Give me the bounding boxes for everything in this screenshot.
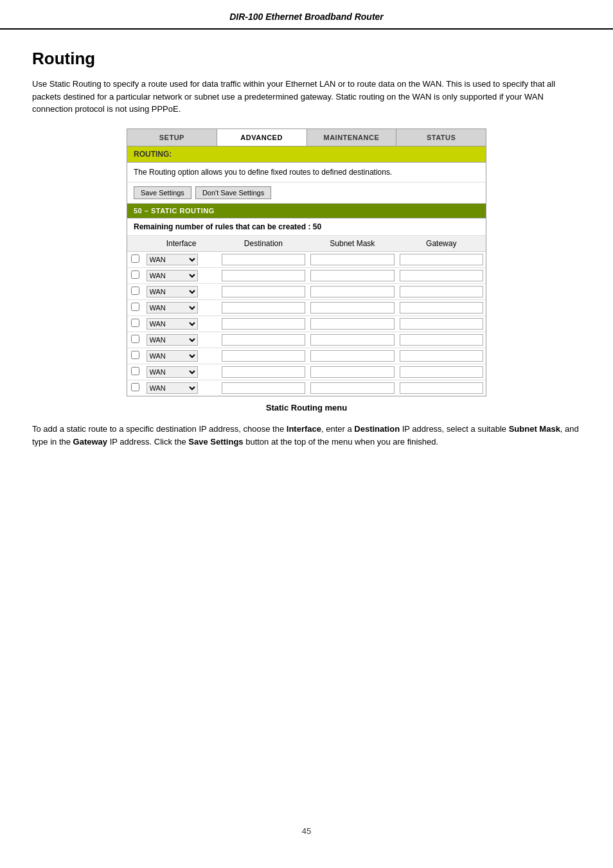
table-row: WAN [127, 251, 486, 267]
destination-input[interactable] [222, 334, 305, 346]
row-checkbox[interactable] [131, 287, 139, 295]
gateway-input[interactable] [400, 302, 483, 314]
page-number: 45 [302, 826, 311, 836]
interface-select[interactable]: WAN [147, 254, 198, 265]
routing-header: ROUTING: [127, 146, 486, 163]
table-row: WAN [127, 348, 486, 364]
destination-input[interactable] [222, 350, 305, 362]
sub-section-header: 50 – STATIC ROUTING [127, 204, 486, 218]
gateway-input[interactable] [400, 270, 483, 281]
gateway-input[interactable] [400, 334, 483, 346]
page-header: DIR-100 Ethernet Broadband Router [0, 0, 613, 30]
interface-select[interactable]: WAN [147, 334, 198, 346]
subnet-mask-input[interactable] [310, 270, 394, 281]
subnet-mask-input[interactable] [310, 302, 394, 314]
remaining-count: 50 [313, 222, 321, 231]
interface-select[interactable]: WAN [147, 366, 198, 378]
table-row: WAN [127, 299, 486, 315]
destination-input[interactable] [222, 366, 305, 378]
routing-table: Interface Destination Subnet Mask Gatewa… [127, 236, 486, 396]
tab-status[interactable]: STATUS [396, 129, 486, 146]
col-header-subnet: Subnet Mask [308, 236, 396, 252]
col-header-check [127, 236, 144, 252]
row-checkbox[interactable] [131, 335, 139, 343]
destination-input[interactable] [222, 318, 305, 330]
row-checkbox[interactable] [131, 270, 139, 279]
row-checkbox[interactable] [131, 367, 139, 375]
remaining-text: Remaining number of rules that can be cr… [127, 218, 486, 236]
page-title: Routing [32, 49, 581, 69]
interface-select[interactable]: WAN [147, 318, 198, 330]
nav-tabs: SETUP ADVANCED MAINTENANCE STATUS [127, 129, 486, 146]
subnet-mask-input[interactable] [310, 350, 394, 362]
subnet-mask-input[interactable] [310, 254, 394, 265]
interface-select[interactable]: WAN [147, 302, 198, 314]
body-text: To add a static route to a specific dest… [32, 423, 581, 450]
gateway-input[interactable] [400, 382, 483, 394]
destination-input[interactable] [222, 302, 305, 314]
routing-desc: The Routing option allows you to define … [127, 163, 486, 182]
subnet-mask-input[interactable] [310, 334, 394, 346]
gateway-input[interactable] [400, 254, 483, 265]
router-panel: SETUP ADVANCED MAINTENANCE STATUS ROUTIN… [127, 128, 486, 396]
col-header-gateway: Gateway [397, 236, 486, 252]
interface-select[interactable]: WAN [147, 286, 198, 297]
dont-save-settings-button[interactable]: Don't Save Settings [195, 186, 271, 199]
col-header-interface: Interface [144, 236, 219, 252]
caption: Static Routing menu [32, 403, 581, 412]
header-title: DIR-100 Ethernet Broadband Router [229, 12, 384, 22]
row-checkbox[interactable] [131, 254, 139, 263]
row-checkbox[interactable] [131, 303, 139, 311]
destination-input[interactable] [222, 382, 305, 394]
row-checkbox[interactable] [131, 351, 139, 359]
page-footer: 45 [0, 813, 613, 849]
subnet-mask-input[interactable] [310, 286, 394, 297]
subnet-mask-input[interactable] [310, 382, 394, 394]
row-checkbox[interactable] [131, 383, 139, 391]
table-row: WAN [127, 332, 486, 348]
tab-setup[interactable]: SETUP [127, 129, 217, 146]
subnet-mask-input[interactable] [310, 366, 394, 378]
table-row: WAN [127, 364, 486, 380]
intro-text: Use Static Routing to specify a route us… [32, 78, 581, 116]
gateway-input[interactable] [400, 366, 483, 378]
table-row: WAN [127, 267, 486, 283]
gateway-input[interactable] [400, 286, 483, 297]
tab-maintenance[interactable]: MAINTENANCE [307, 129, 397, 146]
gateway-input[interactable] [400, 350, 483, 362]
destination-input[interactable] [222, 270, 305, 281]
tab-advanced[interactable]: ADVANCED [217, 129, 307, 146]
table-row: WAN [127, 283, 486, 299]
interface-select[interactable]: WAN [147, 382, 198, 394]
save-settings-button[interactable]: Save Settings [134, 186, 191, 199]
row-checkbox[interactable] [131, 319, 139, 327]
table-row: WAN [127, 380, 486, 396]
subnet-mask-input[interactable] [310, 318, 394, 330]
interface-select[interactable]: WAN [147, 350, 198, 362]
button-row: Save Settings Don't Save Settings [127, 182, 486, 204]
destination-input[interactable] [222, 254, 305, 265]
gateway-input[interactable] [400, 318, 483, 330]
interface-select[interactable]: WAN [147, 270, 198, 281]
table-row: WAN [127, 315, 486, 332]
col-header-destination: Destination [219, 236, 308, 252]
destination-input[interactable] [222, 286, 305, 297]
